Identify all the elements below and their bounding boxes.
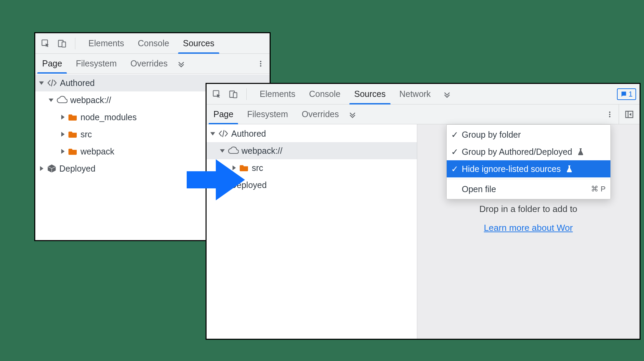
kebab-menu-icon[interactable]	[254, 57, 268, 71]
flask-icon	[578, 148, 584, 155]
panel-divider	[619, 104, 619, 124]
folder-icon	[68, 130, 78, 138]
issues-badge[interactable]: 1	[617, 88, 636, 100]
tab-console[interactable]: Console	[131, 33, 176, 53]
menu-label: Group by Authored/Deployed	[462, 147, 572, 157]
folder-icon	[68, 113, 78, 121]
tree-webpack[interactable]: webpack://	[207, 142, 417, 159]
svg-rect-8	[233, 92, 237, 98]
more-tabs-icon[interactable]	[174, 57, 188, 71]
transition-arrow-icon	[187, 158, 245, 202]
box-icon	[47, 164, 57, 173]
tree-label: webpack://	[70, 95, 111, 105]
kebab-menu-icon[interactable]	[603, 108, 617, 121]
sources-subbar: Page Filesystem Overrides	[207, 104, 640, 124]
check-icon: ✓	[451, 130, 458, 140]
caret-down-icon	[220, 148, 225, 153]
toolbar-divider	[75, 38, 75, 49]
code-icon	[47, 79, 57, 87]
svg-point-4	[260, 63, 261, 64]
tree-authored[interactable]: Authored	[207, 125, 417, 142]
tree-label: node_modules	[80, 112, 137, 122]
tree-label: Authored	[231, 129, 266, 139]
caret-right-icon	[60, 114, 65, 120]
subtab-overrides[interactable]: Overrides	[124, 54, 174, 73]
main-toolbar: Elements Console Sources	[35, 33, 270, 54]
flask-icon	[566, 165, 572, 173]
tree-label: webpack://	[242, 146, 283, 156]
tab-elements[interactable]: Elements	[82, 33, 131, 53]
subtab-page[interactable]: Page	[35, 54, 69, 73]
inspect-icon[interactable]	[39, 37, 52, 50]
tab-sources[interactable]: Sources	[176, 33, 221, 53]
devtools-window-after: Elements Console Sources Network 1 Page …	[206, 83, 641, 340]
svg-point-11	[609, 116, 610, 117]
main-tabs: Elements Console Sources	[82, 33, 221, 53]
svg-point-10	[609, 113, 610, 115]
menu-label: Hide ignore-listed sources	[462, 164, 561, 174]
tree-label: Deployed	[59, 164, 96, 174]
menu-shortcut: ⌘ P	[591, 185, 606, 194]
tree-label: src	[80, 129, 92, 139]
menu-group-by-authored-deployed[interactable]: ✓ Group by Authored/Deployed	[447, 143, 610, 160]
caret-right-icon	[60, 132, 65, 137]
main-tabs: Elements Console Sources Network	[253, 84, 437, 104]
device-toggle-icon[interactable]	[55, 37, 69, 50]
cloud-icon	[57, 96, 67, 104]
learn-more-link[interactable]: Learn more about Wor	[484, 223, 573, 233]
subtab-overrides[interactable]: Overrides	[295, 104, 346, 124]
drop-hint-text: Drop in a folder to add to	[479, 204, 577, 214]
tab-network[interactable]: Network	[393, 84, 438, 104]
cloud-icon	[228, 147, 239, 155]
caret-down-icon	[39, 80, 44, 86]
menu-group-by-folder[interactable]: ✓ Group by folder	[447, 126, 610, 143]
caret-down-icon	[48, 97, 54, 103]
inspect-icon[interactable]	[210, 87, 224, 101]
file-tree: Authored webpack:// src Deployed	[207, 124, 417, 339]
tab-console[interactable]: Console	[302, 84, 347, 104]
issues-count: 1	[629, 90, 633, 99]
code-icon	[218, 129, 228, 138]
caret-down-icon	[210, 131, 215, 136]
caret-right-icon	[60, 149, 65, 154]
toolbar-divider	[246, 88, 247, 100]
menu-hide-ignore-listed[interactable]: ✓ Hide ignore-listed sources	[447, 160, 610, 177]
more-tabs-icon[interactable]	[440, 87, 454, 101]
subtab-filesystem[interactable]: Filesystem	[240, 104, 295, 124]
subtab-page[interactable]: Page	[207, 104, 240, 124]
check-icon: ✓	[451, 147, 458, 157]
tree-label: src	[252, 163, 263, 173]
tab-sources[interactable]: Sources	[347, 84, 393, 104]
tree-options-menu: ✓ Group by folder ✓ Group by Authored/De…	[446, 124, 611, 199]
caret-right-icon	[39, 166, 44, 171]
sources-subbar: Page Filesystem Overrides	[35, 54, 270, 74]
subtab-filesystem[interactable]: Filesystem	[69, 54, 123, 73]
check-icon: ✓	[451, 164, 458, 174]
tree-label: Authored	[60, 78, 95, 88]
menu-label: Group by folder	[462, 130, 521, 140]
tree-label: webpack	[80, 147, 114, 157]
device-toggle-icon[interactable]	[226, 87, 240, 101]
svg-point-9	[609, 111, 610, 113]
svg-rect-2	[62, 42, 66, 47]
menu-open-file[interactable]: Open file ⌘ P	[447, 180, 610, 198]
svg-point-3	[260, 61, 261, 62]
more-tabs-icon[interactable]	[346, 108, 359, 121]
tab-elements[interactable]: Elements	[253, 84, 302, 104]
collapse-panel-icon[interactable]	[622, 108, 636, 121]
folder-icon	[68, 148, 78, 155]
main-toolbar: Elements Console Sources Network 1	[207, 84, 640, 104]
menu-separator	[447, 179, 610, 179]
svg-point-5	[260, 65, 261, 66]
menu-label: Open file	[462, 184, 496, 194]
